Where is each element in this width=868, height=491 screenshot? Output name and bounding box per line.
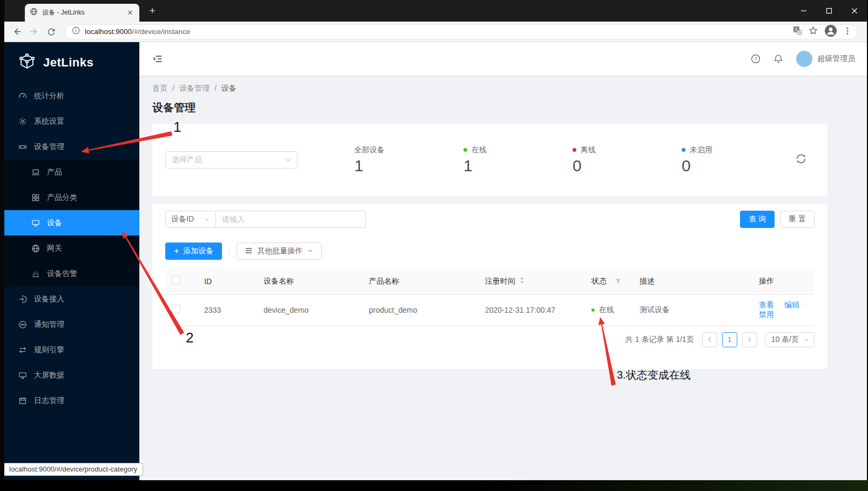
user-menu[interactable]: 超级管理员 (796, 51, 855, 67)
status-text: 在线 (599, 305, 614, 315)
window-close-button[interactable] (842, 0, 867, 22)
query-button[interactable]: 查 询 (740, 211, 775, 228)
window-maximize-button[interactable] (816, 0, 842, 22)
address-bar[interactable]: localhost:9000/#/device/instance 文 A (65, 24, 858, 39)
window-minimize-button[interactable] (791, 0, 816, 22)
cell-register-time: 2020-12-31 17:00:47 (472, 294, 578, 325)
jetlinks-cube-icon (17, 52, 37, 73)
sidebar-item-notify-management[interactable]: 通知管理 (4, 312, 139, 337)
disable-link[interactable]: 禁用 (759, 310, 774, 319)
sidebar-item-device[interactable]: 设备 (4, 210, 139, 236)
new-tab-button[interactable]: + (146, 5, 159, 18)
message-icon (18, 320, 27, 329)
next-page-button[interactable] (742, 332, 757, 347)
page-title: 设备管理 (152, 100, 854, 115)
screen-icon (18, 371, 27, 380)
stats-card: 选择产品 全部设备 1 在线 1 (152, 124, 827, 196)
stat-not-enabled: 未启用 0 (682, 145, 791, 175)
browser-toolbar: localhost:9000/#/device/instance 文 A (4, 22, 867, 42)
offline-dot (573, 148, 576, 152)
menu-fold-icon[interactable] (153, 54, 163, 64)
tab-close-icon[interactable]: ✕ (126, 9, 134, 17)
browser-menu-icon[interactable] (844, 26, 851, 37)
device-stats: 全部设备 1 在线 1 离线 0 未启用 0 (354, 145, 795, 175)
search-field-select[interactable]: 设备ID (165, 211, 216, 228)
browser-tab[interactable]: 设备 - JetLinks ✕ (25, 4, 139, 22)
prev-page-button[interactable] (702, 332, 717, 347)
column-actions: 操作 (746, 268, 815, 294)
device-box-icon (18, 143, 27, 151)
product-select[interactable]: 选择产品 (165, 151, 298, 169)
desktop-background (0, 480, 868, 491)
cell-device-name: device_demo (251, 294, 356, 325)
sidebar-item-product[interactable]: 产品 (4, 159, 139, 185)
breadcrumb-device-management[interactable]: 设备管理 (179, 84, 210, 92)
table-row: 2333 device_demo product_demo 2020-12-31… (165, 294, 815, 325)
app-header: ? 超级管理员 (139, 42, 867, 76)
app-logo[interactable]: JetLinks (4, 42, 139, 83)
sidebar-item-system-settings[interactable]: 系统设置 (4, 109, 139, 134)
cell-product-name: product_demo (356, 294, 472, 325)
view-link[interactable]: 查看 (759, 300, 774, 309)
breadcrumb: 首页/设备管理/设备 (152, 84, 854, 93)
chevron-down-icon (285, 157, 291, 163)
bars-icon (245, 247, 252, 255)
chevron-down-icon (204, 217, 210, 223)
swap-arrows-icon (18, 346, 27, 354)
bell-icon[interactable] (773, 54, 783, 64)
product-select-placeholder: 选择产品 (172, 155, 202, 165)
user-name: 超级管理员 (817, 54, 855, 64)
browser-profile-avatar[interactable] (824, 24, 837, 39)
site-info-icon[interactable] (72, 26, 80, 37)
bookmark-star-icon[interactable] (809, 26, 818, 37)
forward-icon[interactable] (27, 25, 41, 39)
chevron-down-icon (307, 247, 313, 255)
calendar-icon (18, 396, 27, 405)
refresh-icon[interactable] (44, 25, 58, 39)
device-management-submenu: 产品 产品分类 设备 (4, 159, 139, 286)
laptop-icon (31, 168, 40, 177)
row-checkbox[interactable] (172, 305, 180, 313)
sidebar-item-device-alarm[interactable]: 设备告警 (4, 261, 139, 286)
filter-funnel-icon[interactable] (615, 277, 621, 286)
sidebar-item-big-screen[interactable]: 大屏数据 (4, 362, 139, 388)
sidebar-item-device-access[interactable]: 设备接入 (4, 286, 139, 312)
avatar (796, 51, 812, 67)
sidebar: JetLinks 统计分析 系统设置 (4, 42, 139, 480)
page-1-button[interactable]: 1 (722, 332, 737, 347)
help-icon[interactable]: ? (751, 54, 761, 64)
edit-link[interactable]: 编辑 (784, 300, 799, 309)
browser-titlebar: 设备 - JetLinks ✕ + (4, 0, 867, 22)
back-icon[interactable] (10, 25, 24, 39)
alarm-icon (31, 270, 40, 278)
search-input[interactable] (216, 211, 366, 228)
pagination-summary: 共 1 条记录 第 1/1页 (625, 335, 694, 345)
sidebar-item-product-category[interactable]: 产品分类 (4, 185, 139, 210)
stat-online-value: 1 (463, 157, 573, 175)
add-device-button[interactable]: + 添加设备 (165, 243, 222, 260)
select-all-checkbox[interactable] (172, 276, 180, 285)
cell-actions: 查看编辑禁用 (746, 294, 815, 325)
reset-button[interactable]: 重 置 (780, 211, 815, 228)
sidebar-menu: 统计分析 系统设置 设备管理 (4, 83, 139, 413)
sidebar-item-gateway[interactable]: 网关 (4, 236, 139, 261)
translate-icon[interactable]: 文 A (793, 26, 802, 37)
not-enabled-dot (682, 148, 685, 152)
sidebar-item-device-management[interactable]: 设备管理 (4, 134, 139, 159)
page-size-select[interactable]: 10 条/页 (765, 332, 815, 347)
chevron-down-icon (124, 347, 130, 353)
logo-text: JetLinks (43, 56, 93, 70)
breadcrumb-current: 设备 (221, 84, 237, 92)
sidebar-item-rule-engine[interactable]: 规则引擎 (4, 337, 139, 362)
batch-operations-button[interactable]: 其他批量操作 (237, 243, 322, 260)
sort-carets-icon[interactable] (520, 277, 524, 286)
sidebar-item-log-management[interactable]: 日志管理 (4, 388, 139, 413)
sync-refresh-icon[interactable] (795, 153, 807, 167)
device-table: ID 设备名称 产品名称 注册时间 (165, 268, 815, 326)
breadcrumb-home[interactable]: 首页 (152, 84, 167, 92)
sidebar-item-statistics[interactable]: 统计分析 (4, 83, 139, 109)
page-content: 首页/设备管理/设备 设备管理 选择产品 全部设备 1 (139, 76, 867, 480)
stat-all-devices-value: 1 (354, 157, 463, 175)
plus-icon: + (174, 247, 179, 255)
chevron-up-icon (124, 144, 130, 150)
